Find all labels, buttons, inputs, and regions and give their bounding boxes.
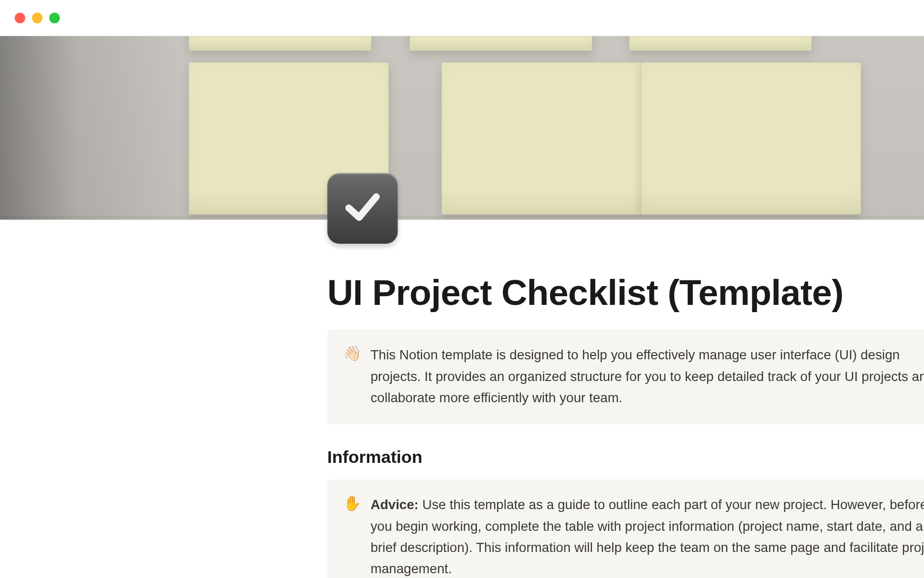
sticky-note-icon: [189, 36, 372, 51]
advice-body: Use this template as a guide to outline …: [371, 498, 924, 576]
stop-hand-icon: ✋: [343, 494, 361, 578]
advice-label: Advice:: [371, 498, 419, 512]
fullscreen-window-button[interactable]: [49, 13, 60, 23]
page-cover[interactable]: [0, 36, 924, 220]
close-window-button[interactable]: [14, 13, 25, 23]
sticky-note-icon: [629, 36, 812, 51]
advice-text: Advice: Use this template as a guide to …: [371, 494, 924, 578]
window-titlebar: [0, 0, 924, 36]
page-content: UI Project Checklist (Template) 👋🏻 This …: [327, 220, 924, 578]
intro-callout[interactable]: 👋🏻 This Notion template is designed to h…: [327, 330, 924, 424]
section-heading-information[interactable]: Information: [327, 447, 924, 468]
page-title[interactable]: UI Project Checklist (Template): [327, 273, 924, 313]
page-icon[interactable]: [327, 173, 398, 244]
wave-icon: 👋🏻: [343, 344, 361, 408]
sticky-note-icon: [442, 63, 642, 214]
checkmark-box-icon: [342, 186, 383, 230]
sticky-note-icon: [642, 63, 861, 214]
sticky-note-icon: [410, 36, 592, 51]
intro-text: This Notion template is designed to help…: [371, 344, 924, 408]
advice-callout[interactable]: ✋ Advice: Use this template as a guide t…: [327, 480, 924, 578]
minimize-window-button[interactable]: [32, 13, 42, 23]
